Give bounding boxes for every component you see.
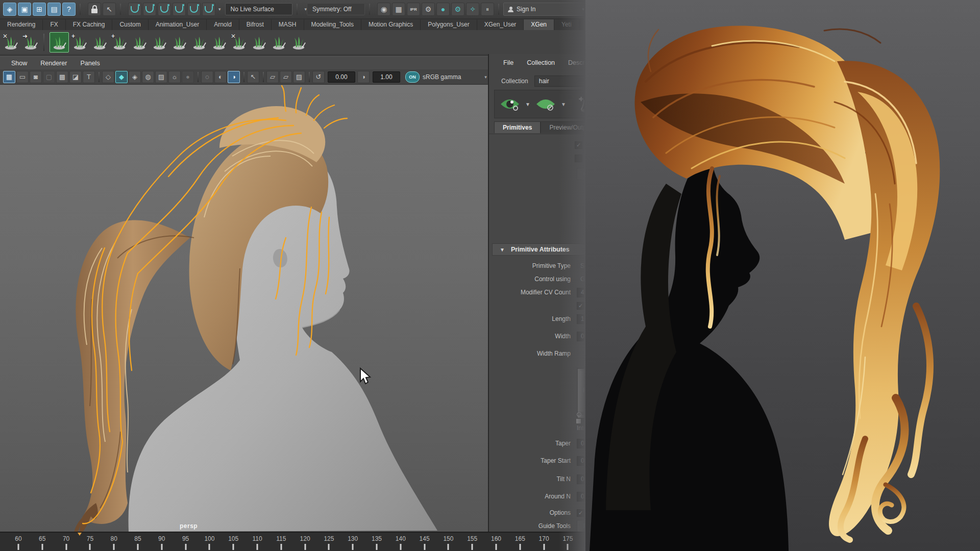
shelf-tab-modeling-tools[interactable]: Modeling_Tools	[304, 19, 361, 30]
timeline-frame-label[interactable]: 145	[420, 535, 430, 542]
shelf-tab-mash[interactable]: MASH	[272, 19, 304, 30]
timeline-frame-label[interactable]: 115	[276, 535, 286, 542]
view-transform-toggle[interactable]: ON	[405, 71, 420, 83]
xgen-create-description-icon[interactable]	[50, 32, 69, 53]
shelf-tab-arnold[interactable]: Arnold	[207, 19, 239, 30]
gamma-icon[interactable]: ◑	[357, 71, 370, 83]
snapshot-icon[interactable]: ▨	[293, 71, 305, 83]
xgen-noise-icon[interactable]: ✕	[230, 33, 248, 52]
shelf-tab-fx[interactable]: FX	[43, 19, 65, 30]
timeline-frame-label[interactable]: 130	[348, 535, 358, 542]
shelf-tab-polygons-user[interactable]: Polygons_User	[421, 19, 477, 30]
guide-visibility-eye-icon[interactable]	[500, 97, 520, 111]
timeline-frame-label[interactable]: 80	[111, 535, 117, 542]
exposure-field[interactable]: 0.00	[328, 71, 355, 83]
xgen-groom-brush-icon[interactable]	[90, 33, 109, 52]
menu-collection[interactable]: Collection	[527, 59, 555, 66]
tab-primitives[interactable]: Primitives	[494, 121, 541, 133]
textured-icon[interactable]: ◍	[142, 71, 154, 83]
timeline-frame-label[interactable]: 135	[372, 535, 382, 542]
snap-point-icon[interactable]	[158, 3, 171, 16]
film-gate-icon[interactable]: ▭	[16, 71, 29, 83]
xgen-bend-icon[interactable]	[210, 33, 228, 52]
xgen-length-icon[interactable]	[270, 33, 288, 52]
shelf-tab-xgen[interactable]: XGen	[524, 19, 554, 30]
selection-component-icon[interactable]: ⊞	[33, 3, 46, 16]
help-icon[interactable]: ?	[62, 3, 76, 16]
snap-center-icon[interactable]	[173, 3, 186, 16]
collapse-triangle-icon[interactable]: ▼	[500, 247, 505, 253]
timeline-frame-label[interactable]: 165	[515, 535, 525, 542]
snap-dropdown-icon[interactable]: ▾	[218, 7, 221, 12]
xgen-part-icon[interactable]	[190, 33, 208, 52]
timeline-frame-label[interactable]: 90	[158, 535, 165, 542]
xgen-smooth-icon[interactable]	[150, 33, 168, 52]
xray-joints-icon[interactable]: ◑	[228, 71, 240, 83]
use-default-material-icon[interactable]: ▨	[155, 71, 167, 83]
selection-hierarchy-icon[interactable]: ◈	[3, 3, 16, 16]
image-plane2-icon[interactable]: ▱	[280, 71, 292, 83]
view-transform-dropdown-icon[interactable]: ▾	[484, 74, 487, 80]
xgen-export-brush-icon[interactable]: ✕	[2, 33, 20, 52]
shaded-icon[interactable]: ◆	[115, 71, 128, 83]
animation-icon[interactable]: ▤	[47, 3, 61, 16]
timeline-frame-label[interactable]: 105	[228, 535, 238, 542]
wireframe-on-shaded-icon[interactable]: ◈	[129, 71, 141, 83]
shadows-icon[interactable]: ●	[182, 71, 194, 83]
timeline-frame-label[interactable]: 65	[39, 535, 45, 542]
render-settings-icon[interactable]: ⚙	[422, 3, 435, 16]
field-chart-icon[interactable]: ▩	[56, 71, 68, 83]
menu-file[interactable]: File	[503, 59, 513, 66]
shelf-tab-animation-user[interactable]: Animation_User	[149, 19, 207, 30]
snap-curve-icon[interactable]	[143, 3, 156, 16]
timeline-frame-label[interactable]: 75	[87, 535, 93, 542]
shelf-tab-bifrost[interactable]: Bifrost	[239, 19, 272, 30]
xgen-import-brush-icon[interactable]: ➜	[21, 33, 40, 52]
resolution-gate-icon[interactable]: ◙	[30, 71, 42, 83]
timeline-frame-label[interactable]: 70	[63, 535, 69, 542]
snap-viewplane-icon[interactable]	[187, 3, 201, 16]
menu-panels[interactable]: Panels	[80, 60, 100, 67]
xgen-width-icon[interactable]	[289, 33, 308, 52]
render-frame-icon[interactable]: ▦	[392, 3, 405, 16]
gamma-field[interactable]: 1.00	[373, 71, 400, 83]
live-surface-field[interactable]: No Live Surface	[225, 3, 292, 15]
xgen-cut-icon[interactable]	[170, 33, 188, 52]
select-tool-icon[interactable]: ↖	[103, 3, 116, 16]
selection-object-icon[interactable]: ▣	[18, 3, 31, 16]
timeline-frame-label[interactable]: 170	[539, 535, 549, 542]
exposure-icon[interactable]: ↺	[312, 71, 325, 83]
timeline-frame-label[interactable]: 100	[204, 535, 214, 542]
eye-dropdown-icon[interactable]: ▼	[525, 102, 530, 107]
menu-renderer[interactable]: Renderer	[40, 60, 67, 67]
shelf-tab-fx-caching[interactable]: FX Caching	[66, 19, 113, 30]
view-transform-select[interactable]: sRGB gamma ▾	[423, 73, 487, 81]
snap-grid-icon[interactable]	[128, 3, 141, 16]
shelf-tab-rendering[interactable]: Rendering	[0, 19, 43, 30]
gate-mask-icon[interactable]: ▢	[43, 71, 55, 83]
image-plane-icon[interactable]: ▱	[266, 71, 279, 83]
timeline-frame-label[interactable]: 140	[396, 535, 406, 542]
open-render-view-icon[interactable]: ◉	[377, 3, 390, 16]
xgen-clump-icon[interactable]	[250, 33, 268, 52]
timeline-frame-label[interactable]: 155	[467, 535, 477, 542]
ipr-render-icon[interactable]: IPR	[407, 3, 420, 16]
select-cursor-icon[interactable]: ↖	[247, 71, 259, 83]
symmetry-field[interactable]: Symmetry: Off	[307, 3, 365, 15]
pause-viewport-icon[interactable]: II	[481, 3, 494, 16]
timeline-frame-label[interactable]: 110	[252, 535, 262, 542]
timeline-frame-label[interactable]: 85	[134, 535, 141, 542]
wireframe-icon[interactable]: ◇	[102, 71, 114, 83]
primitive-visibility-eye-icon[interactable]	[535, 97, 556, 111]
shelf-tab-xgen-user[interactable]: XGen_User	[477, 19, 524, 30]
timeline-frame-label[interactable]: 125	[324, 535, 334, 542]
light-editor-icon[interactable]: ✧	[466, 3, 479, 16]
xgen-comb-icon[interactable]	[130, 33, 149, 52]
timeline-frame-label[interactable]: 160	[491, 535, 501, 542]
hypershade-icon[interactable]: ●	[436, 3, 450, 16]
make-live-icon[interactable]	[202, 3, 215, 16]
timeline-frame-label[interactable]: 120	[300, 535, 310, 542]
xgen-add-guide-icon[interactable]: +	[70, 33, 89, 52]
current-time-marker[interactable]	[78, 533, 82, 536]
lighting-icon[interactable]: ☼	[168, 71, 181, 83]
